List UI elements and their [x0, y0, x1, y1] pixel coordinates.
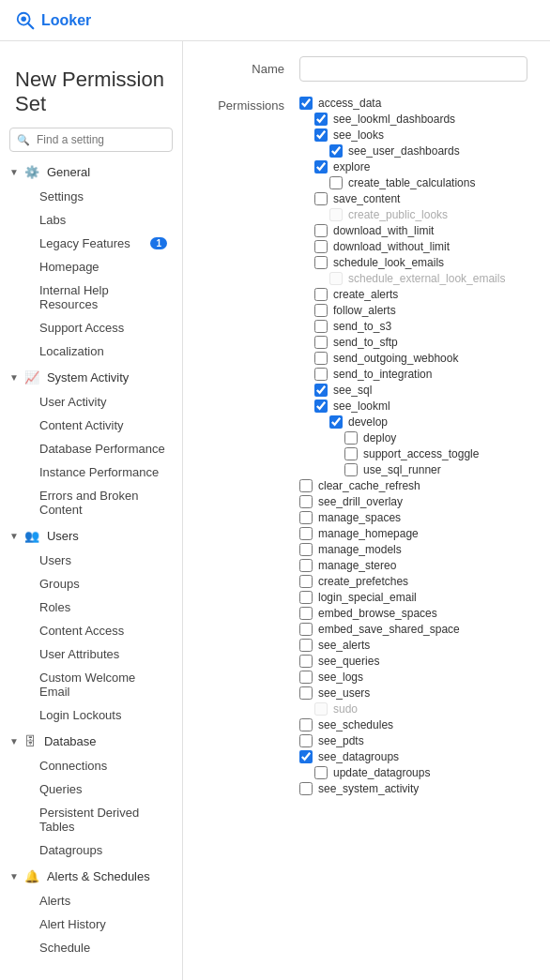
- perm-item-embed_browse_spaces[interactable]: embed_browse_spaces: [299, 607, 527, 620]
- nav-group-alerts-schedules[interactable]: ▼ 🔔 Alerts & Schedules: [0, 864, 182, 889]
- nav-item-custom-welcome-email[interactable]: Custom Welcome Email: [0, 666, 182, 703]
- perm-item-see_datagroups[interactable]: see_datagroups: [299, 750, 527, 763]
- perm-item-see_system_activity[interactable]: see_system_activity: [299, 782, 527, 795]
- nav-item-user-activity[interactable]: User Activity: [0, 390, 182, 414]
- perm-checkbox-see_pdts[interactable]: [299, 734, 313, 747]
- perm-item-follow_alerts[interactable]: follow_alerts: [299, 304, 527, 317]
- perm-item-access_data[interactable]: access_data: [299, 97, 527, 110]
- perm-checkbox-schedule_look_emails[interactable]: [314, 256, 328, 269]
- nav-item-errors-broken-content[interactable]: Errors and Broken Content: [0, 484, 182, 521]
- perm-item-see_user_dashboards[interactable]: see_user_dashboards: [299, 144, 527, 158]
- perm-item-manage_models[interactable]: manage_models: [299, 543, 527, 556]
- perm-checkbox-embed_save_shared_space[interactable]: [299, 623, 313, 636]
- search-input[interactable]: [9, 128, 173, 152]
- nav-item-roles[interactable]: Roles: [0, 596, 182, 619]
- perm-checkbox-see_user_dashboards[interactable]: [329, 144, 343, 158]
- perm-item-see_lookml[interactable]: see_lookml: [299, 400, 527, 413]
- nav-group-general[interactable]: ▼ ⚙️ General: [0, 159, 182, 185]
- nav-item-localization[interactable]: Localization: [0, 339, 182, 363]
- perm-checkbox-create_prefetches[interactable]: [299, 575, 313, 588]
- perm-checkbox-manage_homepage[interactable]: [299, 527, 313, 540]
- perm-checkbox-see_looks[interactable]: [314, 128, 328, 142]
- perm-checkbox-login_special_email[interactable]: [299, 591, 313, 604]
- perm-checkbox-use_sql_runner[interactable]: [344, 463, 358, 476]
- perm-item-see_drill_overlay[interactable]: see_drill_overlay: [299, 495, 527, 508]
- nav-item-settings[interactable]: Settings: [0, 185, 182, 208]
- nav-group-system-activity[interactable]: ▼ 📈 System Activity: [0, 365, 182, 390]
- perm-item-login_special_email[interactable]: login_special_email: [299, 591, 527, 604]
- perm-checkbox-download_with_limit[interactable]: [314, 224, 328, 237]
- perm-item-see_logs[interactable]: see_logs: [299, 671, 527, 684]
- perm-item-use_sql_runner[interactable]: use_sql_runner: [299, 463, 527, 476]
- perm-item-see_pdts[interactable]: see_pdts: [299, 734, 527, 747]
- perm-checkbox-update_datagroups[interactable]: [314, 766, 328, 779]
- perm-checkbox-see_logs[interactable]: [299, 671, 313, 684]
- perm-checkbox-manage_models[interactable]: [299, 543, 313, 556]
- nav-item-database-performance[interactable]: Database Performance: [0, 437, 182, 460]
- perm-item-manage_stereo[interactable]: manage_stereo: [299, 559, 527, 572]
- perm-checkbox-see_lookml[interactable]: [314, 400, 328, 413]
- perm-checkbox-see_alerts[interactable]: [299, 639, 313, 652]
- perm-item-download_without_limit[interactable]: download_without_limit: [299, 240, 527, 253]
- nav-item-login-lockouts[interactable]: Login Lockouts: [0, 703, 182, 727]
- nav-item-groups[interactable]: Groups: [0, 572, 182, 596]
- perm-checkbox-create_alerts[interactable]: [314, 288, 328, 301]
- perm-item-develop[interactable]: develop: [299, 415, 527, 429]
- perm-checkbox-support_access_toggle[interactable]: [344, 447, 358, 460]
- perm-item-create_alerts[interactable]: create_alerts: [299, 288, 527, 301]
- nav-item-connections[interactable]: Connections: [0, 754, 182, 777]
- perm-checkbox-see_users[interactable]: [299, 686, 313, 700]
- perm-item-schedule_look_emails[interactable]: schedule_look_emails: [299, 256, 527, 269]
- perm-item-create_prefetches[interactable]: create_prefetches: [299, 575, 527, 588]
- name-input[interactable]: [299, 56, 527, 82]
- perm-checkbox-send_outgoing_webhook[interactable]: [314, 352, 328, 365]
- perm-item-embed_save_shared_space[interactable]: embed_save_shared_space: [299, 623, 527, 636]
- perm-item-see_sql[interactable]: see_sql: [299, 384, 527, 397]
- perm-item-create_table_calculations[interactable]: create_table_calculations: [299, 176, 527, 189]
- nav-item-alerts[interactable]: Alerts: [0, 889, 182, 912]
- perm-item-see_looks[interactable]: see_looks: [299, 128, 527, 142]
- perm-item-see_schedules[interactable]: see_schedules: [299, 718, 527, 731]
- perm-item-send_to_s3[interactable]: send_to_s3: [299, 320, 527, 333]
- perm-item-see_lookml_dashboards[interactable]: see_lookml_dashboards: [299, 113, 527, 126]
- perm-checkbox-explore[interactable]: [314, 160, 328, 173]
- nav-item-users[interactable]: Users: [0, 549, 182, 572]
- nav-item-user-attributes[interactable]: User Attributes: [0, 642, 182, 666]
- perm-checkbox-see_queries[interactable]: [299, 655, 313, 668]
- nav-item-support-access[interactable]: Support Access: [0, 316, 182, 339]
- perm-item-see_alerts[interactable]: see_alerts: [299, 639, 527, 652]
- perm-item-deploy[interactable]: deploy: [299, 431, 527, 445]
- perm-checkbox-save_content[interactable]: [314, 192, 328, 205]
- nav-item-datagroups[interactable]: Datagroups: [0, 838, 182, 862]
- perm-checkbox-embed_browse_spaces[interactable]: [299, 607, 313, 620]
- perm-checkbox-download_without_limit[interactable]: [314, 240, 328, 253]
- perm-checkbox-see_system_activity[interactable]: [299, 782, 313, 795]
- perm-checkbox-follow_alerts[interactable]: [314, 304, 328, 317]
- perm-checkbox-create_table_calculations[interactable]: [329, 176, 343, 189]
- perm-checkbox-deploy[interactable]: [344, 431, 358, 445]
- perm-item-send_to_sftp[interactable]: send_to_sftp: [299, 336, 527, 349]
- perm-item-create_public_looks[interactable]: create_public_looks: [299, 208, 527, 221]
- nav-item-legacy-features[interactable]: Legacy Features 1: [0, 232, 182, 255]
- nav-item-content-activity[interactable]: Content Activity: [0, 414, 182, 437]
- perm-checkbox-clear_cache_refresh[interactable]: [299, 479, 313, 492]
- perm-item-support_access_toggle[interactable]: support_access_toggle: [299, 447, 527, 460]
- nav-item-persistent-derived-tables[interactable]: Persistent Derived Tables: [0, 801, 182, 838]
- perm-checkbox-see_drill_overlay[interactable]: [299, 495, 313, 508]
- perm-item-update_datagroups[interactable]: update_datagroups: [299, 766, 527, 779]
- nav-item-schedule[interactable]: Schedule: [0, 936, 182, 959]
- perm-checkbox-send_to_integration[interactable]: [314, 368, 328, 381]
- perm-checkbox-send_to_sftp[interactable]: [314, 336, 328, 349]
- perm-checkbox-see_sql[interactable]: [314, 384, 328, 397]
- perm-checkbox-develop[interactable]: [329, 415, 343, 429]
- perm-item-see_queries[interactable]: see_queries: [299, 655, 527, 668]
- perm-item-manage_spaces[interactable]: manage_spaces: [299, 511, 527, 524]
- perm-item-send_outgoing_webhook[interactable]: send_outgoing_webhook: [299, 352, 527, 365]
- perm-checkbox-see_datagroups[interactable]: [299, 750, 313, 763]
- nav-group-database[interactable]: ▼ 🗄 Database: [0, 729, 182, 754]
- perm-checkbox-manage_stereo[interactable]: [299, 559, 313, 572]
- perm-checkbox-see_lookml_dashboards[interactable]: [314, 113, 328, 126]
- perm-item-clear_cache_refresh[interactable]: clear_cache_refresh: [299, 479, 527, 492]
- perm-item-explore[interactable]: explore: [299, 160, 527, 173]
- search-box[interactable]: 🔍: [9, 128, 173, 152]
